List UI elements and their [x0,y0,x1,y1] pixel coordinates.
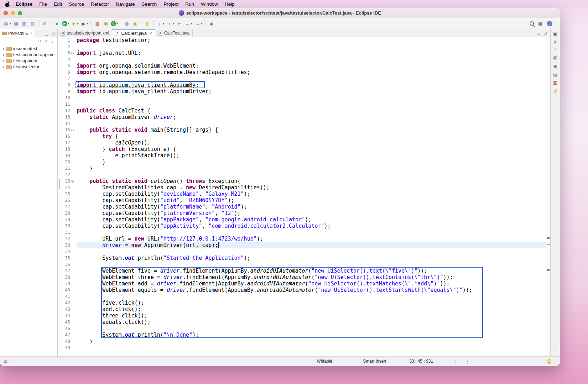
prev-annotation-button[interactable]: ↑▾ [165,20,175,28]
code-area[interactable]: package testuiselector;import java.net.U… [75,37,546,351]
menu-item-window[interactable]: Window [201,1,218,7]
close-tab-icon[interactable]: × [150,31,152,36]
dropdown-arrow-icon: ▾ [68,22,69,25]
view-menu-icon[interactable]: ⋮ [50,38,56,44]
next-annotation-button[interactable]: ↓▾ [155,20,165,28]
fold-collapse-icon: ⊖ [70,50,75,56]
lightbulb-icon[interactable] [547,359,551,363]
minimize-view-icon[interactable]: ▁ [44,30,50,36]
menu-item-edit[interactable]: Edit [54,1,62,7]
coverage-button[interactable]: ▶▾ [70,20,79,28]
menu-item-navigate[interactable]: Navigate [116,1,135,7]
new-package-button[interactable]: ▣ [102,20,110,28]
editor-tab-1[interactable]: Mtestuiselector/pom.xml [58,29,112,37]
problems-view-icon[interactable]: ⚠ [552,47,559,53]
run-button[interactable]: ▶▾ [61,20,70,28]
close-view-icon[interactable]: × [30,31,32,35]
dropdown-arrow-icon: ▾ [163,22,164,25]
javadoc-view-icon[interactable]: @ [552,55,559,61]
console-view-icon[interactable]: ▤ [552,71,559,78]
open-perspective-button[interactable]: ▦ [536,20,545,28]
debug-button[interactable]: ● [53,20,61,28]
search-button[interactable]: ◉ [131,20,139,28]
code-line: five.click(); [77,300,546,306]
package-explorer-tab[interactable]: Package E × [0,29,35,37]
menu-item-project[interactable]: Project [163,1,178,7]
tree-item-testuiselector[interactable]: ›testuiselector [0,64,57,70]
line-number-ruler[interactable]: 123⊖456789101112131415⊖1617181920212223⊖… [61,37,75,356]
skip-breakpoints-button[interactable]: ⊘ [41,20,49,28]
code-line: } [77,165,546,172]
fold-collapse-icon: ⊖ [70,127,75,133]
open-type-button[interactable]: ◎ [123,20,131,28]
external-tools-button[interactable]: ▶▾ [79,20,89,28]
editor-tab-2[interactable]: JCalcTest.java× [112,29,155,37]
code-line: try { [77,133,546,140]
line-number: 5 [62,63,70,68]
text-caret [218,242,219,248]
chevron-right-icon[interactable]: › [2,52,5,57]
chevron-right-icon[interactable]: › [2,58,5,63]
menu-item-source[interactable]: Source [69,1,84,7]
annotation-ruler[interactable] [58,37,61,356]
last-edit-location-button[interactable]: ↩ [175,20,183,28]
menu-item-refactor[interactable]: Refactor [91,1,109,7]
tree-item-testcucumberappium[interactable]: ›testcucumberappium [0,52,57,58]
minimize-editor-icon[interactable]: ▁ [536,30,542,36]
coverage-view-icon[interactable]: ▥ [552,79,559,86]
toolbar-search-button[interactable] [529,20,535,28]
zoom-window-button[interactable] [18,11,22,15]
save-button[interactable]: ▦ [12,20,20,28]
tree-item-testsappium[interactable]: ›testsappium [0,58,57,64]
print-icon: ▥ [30,21,36,27]
gutter-line: 49 [61,344,75,351]
menu-item-run[interactable]: Run [185,1,194,7]
save-all-button[interactable]: ▧ [20,20,28,28]
outline-view-icon[interactable]: ≡ [552,38,559,45]
search-icon: ◉ [132,21,138,27]
editor-tab-label: CalcTest.java [164,31,189,36]
line-number: 25 [62,191,70,196]
chevron-right-icon[interactable]: › [2,46,5,51]
maximize-view-icon[interactable]: ▢ [50,30,56,36]
tree-item-iosdemotest[interactable]: ›iosdemotest [0,46,57,52]
collapse-all-icon[interactable]: ⊟ [36,38,42,44]
menu-item-file[interactable]: File [39,1,47,7]
menu-eclipse[interactable]: Eclipse [16,1,32,7]
title-bar[interactable]: eclipse-workspace - testuiselector/src/t… [0,8,560,18]
maximize-editor-icon[interactable]: ▢ [542,30,548,36]
new-class-button[interactable]: C▾ [110,20,119,28]
gutter-line: 42 [61,300,75,306]
print-button[interactable]: ▥ [28,20,37,28]
apple-menu-icon[interactable] [5,1,10,7]
line-number: 31 [62,230,70,235]
chevron-right-icon[interactable]: › [2,64,5,69]
code-line: cap.setCapability("udid", "RZ8N60SY7DY")… [77,197,546,204]
java-perspective-icon: J [547,21,552,26]
gutter-line: 47 [61,332,75,338]
search-view-icon[interactable]: ◎ [552,88,559,94]
status-left-icon[interactable]: ▤ [4,359,7,364]
back-button[interactable]: ←▾ [183,20,193,28]
overview-ruler[interactable] [546,37,550,356]
new-java-project-button[interactable]: ▩ [93,20,102,28]
menu-item-help[interactable]: Help [225,1,235,7]
dropdown-arrow-icon: ▾ [201,22,202,25]
code-line: import org.openqa.selenium.remote.Desire… [77,69,546,75]
java-perspective-button[interactable]: J [546,20,553,28]
restore-views-icon[interactable]: ▣ [552,30,559,37]
mark-occurrences-button[interactable]: ▮ [143,20,151,28]
minimize-window-button[interactable] [11,11,15,15]
editor-tab-3[interactable]: JCalcTest.java [155,29,193,37]
new-wizard-button[interactable]: ▤▾ [2,20,12,28]
pin-editor-button[interactable]: ◆ [207,20,215,28]
gutter-line: 2 [61,43,75,50]
menu-item-search[interactable]: Search [141,1,157,7]
gutter-line: 26 [61,197,75,204]
gutter-line: 16 [61,133,75,140]
line-number: 36 [62,262,70,267]
close-window-button[interactable] [4,11,8,15]
declaration-view-icon[interactable]: ◉ [552,63,559,69]
forward-button[interactable]: →▾ [193,20,203,28]
link-with-editor-icon[interactable]: ⇄ [43,38,49,44]
